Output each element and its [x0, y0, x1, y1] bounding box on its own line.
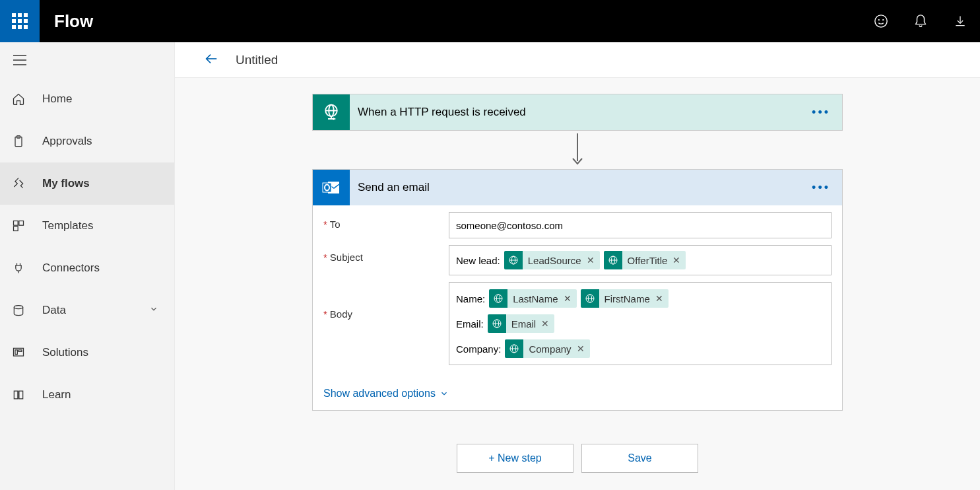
waffle-icon: [12, 13, 28, 29]
sidebar-item-data[interactable]: Data: [0, 289, 174, 332]
svg-point-11: [14, 306, 22, 309]
http-request-icon: [313, 94, 350, 130]
action-step: Send an email ••• *To *Subject New lead:: [312, 169, 843, 411]
action-title: Send an email: [358, 181, 430, 194]
globe-icon: [505, 339, 523, 358]
connectors-icon: [12, 262, 30, 275]
topbar-actions: [861, 0, 980, 42]
clipboard-icon: [12, 135, 30, 148]
subject-prefix: New lead:: [456, 255, 500, 266]
action-body: *To *Subject New lead: LeadSource: [313, 205, 842, 382]
globe-icon: [504, 251, 523, 269]
templates-icon: [12, 219, 30, 232]
token-remove[interactable]: ✕: [564, 293, 577, 304]
outlook-icon: [313, 170, 350, 205]
trigger-more-button[interactable]: •••: [812, 106, 830, 120]
sidebar-label: Data: [42, 304, 66, 317]
sidebar-label: Connectors: [42, 262, 100, 275]
sidebar-label: My flows: [42, 177, 90, 190]
sidebar-toggle-button[interactable]: [0, 42, 40, 78]
globe-icon: [488, 314, 506, 333]
token-remove[interactable]: ✕: [541, 318, 554, 329]
download-button[interactable]: [940, 0, 980, 42]
save-button[interactable]: Save: [581, 444, 698, 473]
field-label-subject: Subject: [330, 252, 363, 263]
sidebar-label: Home: [42, 92, 72, 106]
trigger-header[interactable]: When a HTTP request is received •••: [313, 94, 842, 130]
field-body: *Body Name: LastName✕ FirstName✕ Email: …: [323, 282, 832, 365]
trigger-step[interactable]: When a HTTP request is received •••: [312, 94, 843, 131]
svg-point-2: [883, 20, 884, 20]
notifications-button[interactable]: [901, 0, 940, 42]
new-step-button[interactable]: + New step: [457, 444, 573, 473]
sidebar-label: Learn: [42, 388, 71, 402]
flow-title[interactable]: Untitled: [236, 53, 278, 67]
field-label-to: To: [330, 219, 341, 230]
body-line-prefix: Name:: [456, 293, 485, 304]
action-more-button[interactable]: •••: [812, 181, 830, 195]
feedback-button[interactable]: [861, 0, 901, 42]
bottom-buttons: + New step Save: [457, 444, 698, 473]
sidebar-label: Approvals: [42, 135, 92, 148]
token-remove[interactable]: ✕: [587, 255, 600, 265]
sidebar-item-solutions[interactable]: Solutions: [0, 332, 174, 374]
main-area: Untitled When a HTTP request is received…: [175, 42, 980, 490]
token-offertitle[interactable]: OfferTitle ✕: [604, 251, 686, 269]
sidebar-item-templates[interactable]: Templates: [0, 205, 174, 247]
sidebar-label: Solutions: [42, 346, 88, 359]
sidebar-item-approvals[interactable]: Approvals: [0, 120, 174, 162]
svg-rect-14: [18, 350, 22, 352]
trigger-title: When a HTTP request is received: [358, 106, 526, 119]
svg-point-1: [878, 20, 879, 20]
svg-rect-9: [19, 221, 24, 226]
back-button[interactable]: [204, 52, 218, 69]
home-icon: [12, 92, 30, 106]
flow-icon: [12, 177, 30, 190]
sidebar: Home Approvals My flows Templates Connec…: [0, 42, 175, 490]
globe-icon: [604, 251, 622, 269]
svg-point-0: [875, 15, 887, 27]
token-lastname[interactable]: LastName✕: [489, 289, 576, 308]
connector-arrow: [571, 131, 584, 169]
token-remove[interactable]: ✕: [672, 255, 686, 265]
to-input-wrapper[interactable]: [449, 212, 832, 238]
to-input[interactable]: [456, 220, 824, 231]
sidebar-item-myflows[interactable]: My flows: [0, 162, 174, 205]
data-icon: [12, 304, 30, 317]
field-subject: *Subject New lead: LeadSource ✕ OfferTit…: [323, 245, 832, 275]
action-header[interactable]: Send an email •••: [313, 170, 842, 205]
token-firstname[interactable]: FirstName✕: [581, 289, 669, 308]
body-input[interactable]: Name: LastName✕ FirstName✕ Email: Email✕…: [449, 282, 832, 365]
app-name: Flow: [54, 11, 93, 32]
svg-rect-13: [15, 350, 17, 355]
body-line-prefix: Company:: [456, 343, 501, 355]
top-bar: Flow: [0, 0, 980, 42]
flow-canvas: When a HTTP request is received ••• Send…: [175, 78, 980, 490]
globe-icon: [581, 289, 599, 308]
sidebar-item-connectors[interactable]: Connectors: [0, 247, 174, 289]
token-leadsource[interactable]: LeadSource ✕: [504, 251, 600, 269]
sidebar-item-home[interactable]: Home: [0, 78, 174, 120]
subject-input[interactable]: New lead: LeadSource ✕ OfferTitle ✕: [449, 245, 832, 275]
body-line-prefix: Email:: [456, 318, 484, 330]
field-label-body: Body: [330, 308, 352, 320]
sidebar-item-learn[interactable]: Learn: [0, 374, 174, 416]
svg-rect-8: [14, 221, 18, 226]
field-to: *To: [323, 212, 832, 238]
show-advanced-options[interactable]: Show advanced options: [313, 382, 842, 410]
chevron-down-icon: [149, 304, 158, 317]
solutions-icon: [12, 346, 30, 359]
learn-icon: [12, 388, 30, 402]
flow-titlebar: Untitled: [175, 42, 980, 78]
token-remove[interactable]: ✕: [577, 343, 590, 354]
app-launcher-button[interactable]: [0, 0, 40, 42]
globe-icon: [489, 289, 507, 308]
token-email[interactable]: Email✕: [488, 314, 555, 333]
token-remove[interactable]: ✕: [655, 293, 669, 304]
svg-rect-10: [14, 227, 18, 231]
token-company[interactable]: Company✕: [505, 339, 589, 358]
sidebar-label: Templates: [42, 219, 93, 232]
